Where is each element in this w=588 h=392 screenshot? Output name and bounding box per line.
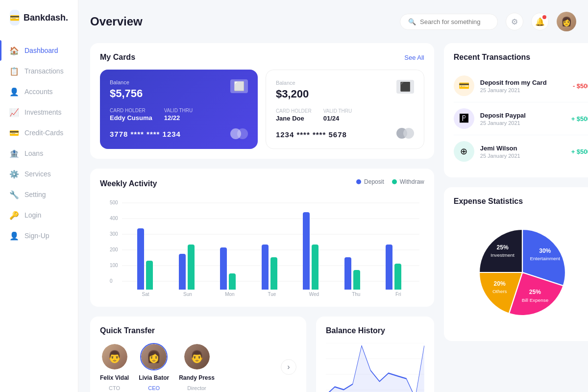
sidebar-item-transactions[interactable]: 📋Transactions: [0, 61, 78, 81]
user-avatar[interactable]: 👩: [557, 12, 576, 31]
card1-holder-item: CARD HOLDER Eddy Cusuma: [110, 108, 152, 122]
deposit-bar: [344, 257, 351, 290]
sidebar-item-credit-cards[interactable]: 💳Credit-Cards: [0, 122, 78, 143]
tx-icon: 💳: [454, 75, 474, 96]
withdraw-bar: [394, 264, 401, 290]
sidebar-label-services: Services: [24, 170, 51, 178]
sidebar-item-accounts[interactable]: 👤Accounts: [0, 81, 78, 102]
card1-holder-label: CARD HOLDER: [110, 108, 152, 113]
sidebar-item-loans[interactable]: 🏦Loans: [0, 143, 78, 164]
sidebar-label-setting: Setting: [24, 191, 46, 198]
login-icon: 🔑: [10, 211, 19, 220]
sidebar-item-investments[interactable]: 📈Investments: [0, 102, 78, 122]
sidebar-item-dashboard[interactable]: 🏠Dashboard: [0, 40, 78, 61]
bar-group-fri: [386, 245, 401, 290]
page-title: Overview: [90, 15, 143, 28]
settings-button[interactable]: ⚙: [506, 13, 523, 30]
card1-balance-label: Balance: [110, 79, 248, 85]
withdraw-bar: [312, 245, 318, 290]
investments-icon: 📈: [10, 108, 19, 117]
tx-name: Deposit Paypal: [480, 112, 571, 119]
right-column: Recent Transactions 💳 Deposit from my Ca…: [444, 43, 588, 392]
tx-amount: - $500: [573, 82, 588, 90]
card2-balance-label: Balance: [276, 80, 414, 86]
sidebar-item-setting[interactable]: 🔧Setting: [0, 184, 78, 205]
card1-info: CARD HOLDER Eddy Cusuma VALID THRU 12/22: [110, 108, 248, 122]
sidebar-item-services[interactable]: ⚙️Services: [0, 164, 78, 184]
card2-holder-item: CARD HOLDER Jane Doe: [276, 108, 312, 122]
contact-felix-vidal[interactable]: 👨 Felix Vidal CTO: [100, 343, 129, 391]
tx-name: Deposit from my Card: [480, 79, 573, 86]
tx-date: 25 January 2021: [480, 87, 573, 93]
card2-logo: [396, 128, 414, 139]
pie-chart-svg: 30%Entertainment25%Bill Expense20%Others…: [468, 219, 576, 326]
notifications-button[interactable]: 🔔: [531, 13, 549, 30]
quick-transfer-header: Quick Transfer: [100, 326, 296, 335]
pie-container: 30%Entertainment25%Bill Expense20%Others…: [454, 214, 588, 331]
setting-icon: 🔧: [10, 190, 19, 199]
card2-info: CARD HOLDER Jane Doe VALID THRU 01/24: [276, 108, 414, 122]
contact-img-0: 👨: [102, 344, 127, 369]
avatar-image: 👩: [557, 12, 576, 31]
tx-info: Deposit from my Card 25 January 2021: [480, 79, 573, 93]
tx-amount: + $500: [571, 148, 588, 155]
notification-dot: [542, 15, 546, 19]
bar-group-tue: [262, 245, 277, 290]
bar-pair: [179, 245, 195, 290]
main-content: Overview 🔍 ⚙ 🔔 👩 My Cards See Al: [78, 0, 588, 392]
contact-name-1: Livia Bator: [139, 374, 169, 381]
tx-date: 25 January 2021: [480, 153, 571, 159]
tx-icon: 🅿: [454, 108, 474, 129]
circle-gray-right: [403, 128, 414, 139]
tx-amount: + $500: [571, 115, 588, 122]
contact-role-0: CTO: [109, 385, 120, 391]
contact-img-2: 👨: [184, 344, 210, 369]
loans-icon: 🏦: [10, 149, 19, 158]
weekly-activity-title: Weekly Activity: [100, 179, 157, 188]
contact-role-1: CEO: [148, 385, 160, 391]
sidebar-label-accounts: Accounts: [24, 88, 53, 96]
deposit-bar: [220, 247, 227, 290]
weekly-activity-header: Weekly Activity Deposit Withdraw: [100, 178, 424, 189]
day-label-sun: Sun: [167, 292, 209, 297]
pie-label-investment: Investment: [490, 252, 514, 258]
sidebar-item-login[interactable]: 🔑Login: [0, 205, 78, 225]
my-cards-section: My Cards See All ⬜ Balance $5,756 CARD H…: [90, 43, 434, 159]
search-input[interactable]: [420, 18, 489, 25]
sidebar-nav: 🏠Dashboard📋Transactions👤Accounts📈Investm…: [0, 40, 78, 382]
sidebar-label-login: Login: [24, 211, 41, 219]
pie-label-entertainment: Entertainment: [530, 256, 560, 261]
see-all-cards[interactable]: See All: [404, 54, 424, 61]
bar-chart: [105, 204, 419, 290]
circle-right: [237, 128, 248, 139]
bar-group-sat: [137, 228, 153, 290]
header-right: 🔍 ⚙ 🔔 👩: [400, 12, 576, 31]
contact-livia-bator[interactable]: 👩 Livia Bator CEO: [139, 343, 169, 391]
weekly-activity-section: Weekly Activity Deposit Withdraw: [90, 169, 434, 307]
sidebar: 💳 Bankdash. 🏠Dashboard📋Transactions👤Acco…: [0, 0, 78, 392]
pie-label-bill-expense: Bill Expense: [522, 297, 549, 303]
contact-randy-press[interactable]: 👨 Randy Press Director: [179, 343, 215, 391]
card2-valid-item: VALID THRU 01/24: [323, 108, 352, 122]
pie-percent-bill-expense: 25%: [529, 289, 541, 295]
day-label-sat: Sat: [124, 292, 167, 297]
expense-statistics-header: Expense Statistics: [454, 197, 588, 206]
card2-holder-label: CARD HOLDER: [276, 108, 312, 114]
search-bar[interactable]: 🔍: [400, 14, 498, 30]
card2-valid: 01/24: [323, 115, 340, 122]
contact-name-2: Randy Press: [179, 374, 215, 381]
next-contact-button[interactable]: ›: [281, 359, 296, 375]
day-labels: SatSunMonTueWedThuFri: [105, 292, 419, 297]
my-cards-header: My Cards See All: [100, 53, 424, 62]
sidebar-label-investments: Investments: [24, 108, 61, 116]
withdraw-bar: [146, 261, 153, 290]
sidebar-item-signup[interactable]: 👤Sign-Up: [0, 225, 78, 246]
tx-info: Deposit Paypal 25 January 2021: [480, 112, 571, 126]
withdraw-bar: [353, 270, 360, 290]
tx-icon: ⊕: [454, 141, 474, 162]
deposit-label: Deposit: [364, 178, 384, 185]
accounts-icon: 👤: [10, 87, 19, 96]
legend-withdraw: Withdraw: [392, 178, 424, 185]
cards-row: ⬜ Balance $5,756 CARD HOLDER Eddy Cusuma…: [100, 70, 424, 149]
bar-group-thu: [344, 257, 360, 290]
